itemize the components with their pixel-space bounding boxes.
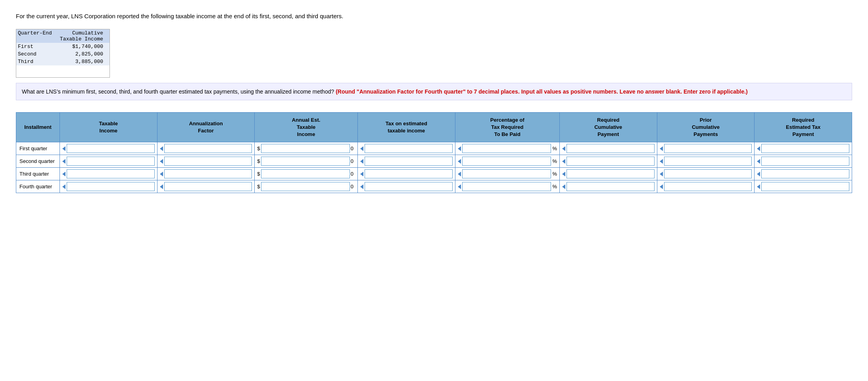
arrow-icon <box>62 146 65 151</box>
required-est-tax-cell-fourth[interactable] <box>755 180 852 193</box>
tax-on-estimated-input-first[interactable] <box>365 144 453 153</box>
arrow-icon <box>160 146 163 151</box>
annual-est-input-fourth[interactable] <box>261 182 350 191</box>
prior-cumulative-input-third[interactable] <box>664 169 752 178</box>
annual-est-input-third[interactable] <box>261 169 350 178</box>
annualization-factor-cell-fourth[interactable] <box>157 180 255 193</box>
taxable-income-input-second[interactable] <box>67 157 155 166</box>
arrow-icon <box>562 172 565 176</box>
percentage-input-first[interactable] <box>462 144 551 153</box>
row-label-third: Third quarter <box>16 168 60 180</box>
tax-on-estimated-cell-first[interactable] <box>357 142 455 155</box>
percentage-cell-third[interactable]: % <box>455 168 559 180</box>
prior-cumulative-input-second[interactable] <box>664 157 752 166</box>
third-quarter-income: 3,885,000 <box>58 58 109 65</box>
arrow-icon <box>757 159 760 164</box>
required-cumulative-cell-third[interactable] <box>559 168 657 180</box>
required-est-tax-cell-second[interactable] <box>755 155 852 168</box>
prior-cumulative-cell-third[interactable] <box>657 168 755 180</box>
th-annual-est-taxable-income: Annual Est.TaxableIncome <box>255 112 358 142</box>
th-prior-cumulative-payments: PriorCumulativePayments <box>657 112 755 142</box>
prior-cumulative-cell-first[interactable] <box>657 142 755 155</box>
percentage-cell-fourth[interactable]: % <box>455 180 559 193</box>
zero-value-second: 0 <box>351 158 355 164</box>
tax-on-estimated-input-fourth[interactable] <box>365 182 453 191</box>
annual-est-input-first[interactable] <box>261 144 350 153</box>
required-cumulative-input-second[interactable] <box>567 157 655 166</box>
table-row: Third quarter $ 0 <box>16 168 852 180</box>
tax-on-estimated-cell-fourth[interactable] <box>357 180 455 193</box>
required-est-tax-input-second[interactable] <box>761 157 849 166</box>
main-answer-table: Installment TaxableIncome AnnualizationF… <box>16 112 852 193</box>
prior-cumulative-input-first[interactable] <box>664 144 752 153</box>
annualization-factor-input-first[interactable] <box>164 144 252 153</box>
row-label-second: Second quarter <box>16 155 60 168</box>
taxable-income-cell-second[interactable] <box>60 155 157 168</box>
taxable-income-cell-first[interactable] <box>60 142 157 155</box>
zero-value-third: 0 <box>351 171 355 177</box>
arrow-icon <box>660 172 663 176</box>
annual-est-cell-fourth[interactable]: $ 0 <box>255 180 358 193</box>
required-cumulative-input-first[interactable] <box>567 144 655 153</box>
taxable-income-cell-fourth[interactable] <box>60 180 157 193</box>
annualization-factor-cell-first[interactable] <box>157 142 255 155</box>
taxable-income-input-third[interactable] <box>67 169 155 178</box>
arrow-icon <box>360 172 363 176</box>
pct-sign-third: % <box>552 171 557 177</box>
th-annualization-factor: AnnualizationFactor <box>157 112 255 142</box>
tax-on-estimated-cell-third[interactable] <box>357 168 455 180</box>
table-header-row: Installment TaxableIncome AnnualizationF… <box>16 112 852 142</box>
percentage-input-fourth[interactable] <box>462 182 551 191</box>
annualization-factor-cell-third[interactable] <box>157 168 255 180</box>
second-quarter-income: 2,825,000 <box>58 50 109 58</box>
required-est-tax-cell-third[interactable] <box>755 168 852 180</box>
arrow-icon <box>360 184 363 189</box>
cumulative-table: Quarter-End CumulativeTaxable Income Fir… <box>16 29 109 65</box>
percentage-cell-second[interactable]: % <box>455 155 559 168</box>
arrow-icon <box>660 159 663 164</box>
table-row: Fourth quarter $ 0 <box>16 180 852 193</box>
annual-est-cell-second[interactable]: $ 0 <box>255 155 358 168</box>
dollar-sign: $ <box>257 184 260 190</box>
required-est-tax-input-fourth[interactable] <box>761 182 849 191</box>
taxable-income-input-fourth[interactable] <box>67 182 155 191</box>
th-required-estimated-tax-payment: RequiredEstimated TaxPayment <box>755 112 852 142</box>
tax-on-estimated-input-second[interactable] <box>365 157 453 166</box>
required-cumulative-input-third[interactable] <box>567 169 655 178</box>
prior-cumulative-cell-fourth[interactable] <box>657 180 755 193</box>
cumulative-table-wrapper: Quarter-End CumulativeTaxable Income Fir… <box>16 29 110 78</box>
tax-on-estimated-cell-second[interactable] <box>357 155 455 168</box>
required-est-tax-cell-first[interactable] <box>755 142 852 155</box>
question-text-bold: (Round "Annualization Factor for Fourth … <box>336 88 748 95</box>
first-quarter-label: First <box>16 43 58 50</box>
required-cumulative-cell-fourth[interactable] <box>559 180 657 193</box>
prior-cumulative-input-fourth[interactable] <box>664 182 752 191</box>
tax-on-estimated-input-third[interactable] <box>365 169 453 178</box>
required-cumulative-cell-first[interactable] <box>559 142 657 155</box>
annualization-factor-input-fourth[interactable] <box>164 182 252 191</box>
annualization-factor-input-third[interactable] <box>164 169 252 178</box>
arrow-icon <box>458 159 461 164</box>
col-quarter-end-header: Quarter-End <box>16 29 58 43</box>
percentage-input-second[interactable] <box>462 157 551 166</box>
taxable-income-input-first[interactable] <box>67 144 155 153</box>
annual-est-input-second[interactable] <box>261 157 350 166</box>
arrow-icon <box>757 146 760 151</box>
cum-table-row-second: Second 2,825,000 <box>16 50 109 58</box>
percentage-cell-first[interactable]: % <box>455 142 559 155</box>
required-cumulative-input-fourth[interactable] <box>567 182 655 191</box>
taxable-income-cell-third[interactable] <box>60 168 157 180</box>
annualization-factor-input-second[interactable] <box>164 157 252 166</box>
required-cumulative-cell-second[interactable] <box>559 155 657 168</box>
required-est-tax-input-first[interactable] <box>761 144 849 153</box>
percentage-input-third[interactable] <box>462 169 551 178</box>
required-est-tax-input-third[interactable] <box>761 169 849 178</box>
annual-est-cell-third[interactable]: $ 0 <box>255 168 358 180</box>
prior-cumulative-cell-second[interactable] <box>657 155 755 168</box>
second-quarter-label: Second <box>16 50 58 58</box>
annual-est-cell-first[interactable]: $ 0 <box>255 142 358 155</box>
pct-sign-first: % <box>552 146 557 151</box>
question-block: What are LNS’s minimum first, second, th… <box>16 83 852 100</box>
annualization-factor-cell-second[interactable] <box>157 155 255 168</box>
arrow-icon <box>62 172 65 176</box>
